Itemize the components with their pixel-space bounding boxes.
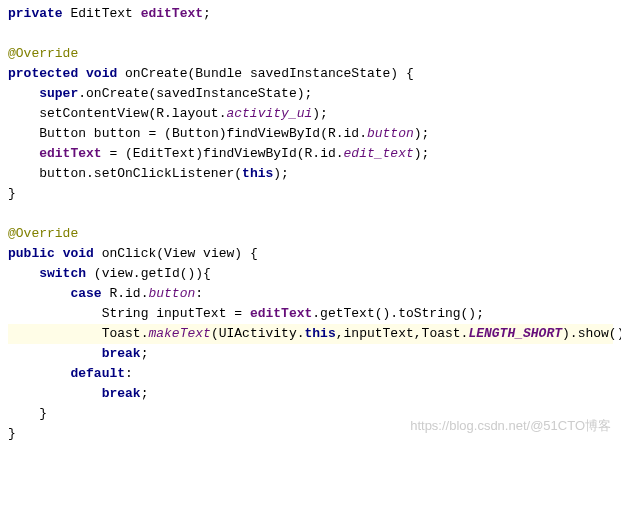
line-highlight: Toast.makeText(UIActivity.this,inputText… <box>8 324 613 344</box>
annotation-override: @Override <box>8 46 78 61</box>
line: editText = (EditText)findViewById(R.id.e… <box>8 146 429 161</box>
line: break; <box>8 386 148 401</box>
line: setContentView(R.layout.activity_ui); <box>8 106 328 121</box>
line: public void onClick(View view) { <box>8 246 258 261</box>
line: Button button = (Button)findViewById(R.i… <box>8 126 429 141</box>
annotation-override: @Override <box>8 226 78 241</box>
res-id-edit_text: edit_text <box>344 146 414 161</box>
line: private EditText editText; <box>8 6 211 21</box>
line: switch (view.getId()){ <box>8 266 211 281</box>
res-activity_ui: activity_ui <box>226 106 312 121</box>
method-onClick: onClick <box>102 246 157 261</box>
method-onCreate: onCreate <box>125 66 187 81</box>
code-block: private EditText editText; @Override pro… <box>8 4 613 444</box>
type: EditText <box>70 6 132 21</box>
line: case R.id.button: <box>8 286 203 301</box>
kw-private: private <box>8 6 63 21</box>
line: protected void onCreate(Bundle savedInst… <box>8 66 414 81</box>
line: super.onCreate(savedInstanceState); <box>8 86 312 101</box>
const-length_short: LENGTH_SHORT <box>468 326 562 341</box>
field-editText: editText <box>141 6 203 21</box>
res-id-button: button <box>367 126 414 141</box>
line: @Override <box>8 226 78 241</box>
line: default: <box>8 366 133 381</box>
line: break; <box>8 346 148 361</box>
line: String inputText = editText.getText().to… <box>8 306 484 321</box>
line: @Override <box>8 46 78 61</box>
line: } <box>8 406 47 421</box>
line: button.setOnClickListener(this); <box>8 166 289 181</box>
line: } <box>8 186 16 201</box>
line: } <box>8 426 16 441</box>
